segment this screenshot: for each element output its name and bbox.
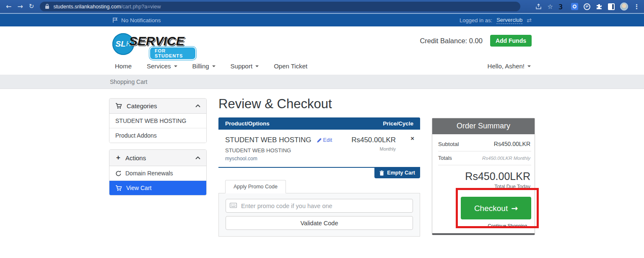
o-extension-icon[interactable] (571, 3, 578, 10)
extensions-puzzle-icon[interactable] (596, 3, 602, 10)
flag-icon (112, 17, 118, 23)
product-domain: myschool.com (225, 156, 413, 162)
nav-item-services[interactable]: Services (147, 63, 177, 70)
browser-menu-icon[interactable]: ⋮ (634, 3, 640, 10)
promo-code-icon (230, 203, 237, 208)
arrow-right-icon: → (511, 203, 518, 213)
chevron-up-icon (195, 156, 200, 159)
checkout-button[interactable]: Checkout→ (461, 197, 531, 219)
order-summary-title: Order Summary (432, 118, 535, 134)
actions-panel-header[interactable]: + Actions (109, 150, 206, 166)
share-icon[interactable] (535, 3, 542, 10)
trash-icon (379, 170, 384, 176)
cart-table-header: Product/Options Price/Cycle (218, 117, 420, 130)
bookmark-star-icon[interactable]: ☆ (548, 3, 553, 10)
totals-label: Totals (438, 155, 452, 161)
notifications-label: No Notifications (121, 17, 161, 23)
cart-icon (115, 103, 122, 109)
browser-reload-icon[interactable]: ↻ (29, 3, 34, 10)
categories-panel: Categories STUDENT WEB HOSTING Product A… (109, 98, 207, 143)
item-price: Rs450.00LKR (351, 136, 396, 144)
breadcrumb-label: Shopping Cart (110, 78, 148, 85)
nav-item-billing[interactable]: Billing (192, 63, 216, 70)
breadcrumb: Shopping Cart (0, 75, 644, 89)
address-bar[interactable]: students.srilankahosting.com/cart.php?a=… (40, 2, 520, 11)
total-due-label: Total Due Today (438, 184, 531, 190)
categories-panel-header[interactable]: Categories (109, 99, 206, 114)
continue-shopping-link[interactable]: Continue Shopping (438, 223, 531, 228)
switch-account-icon[interactable]: ⇄ (527, 17, 532, 23)
chevron-down-icon (527, 65, 531, 69)
cart-item-row: STUDENT WEB HOSTING Edit STUDENT WEB HOS… (218, 130, 420, 167)
subtotal-value: Rs450.00LKR (494, 141, 530, 147)
nav-item-support[interactable]: Support (231, 63, 259, 70)
chevron-down-icon (174, 65, 177, 69)
logged-in-as-label: Logged in as: (460, 17, 492, 23)
subtotal-row: Subtotal Rs450.00LKR (438, 137, 531, 151)
browser-forward-icon[interactable]: → (17, 3, 23, 10)
item-billing-cycle: Monthly (351, 146, 396, 151)
site-header: SLH SERVICE FOR STUDENTS Credit Balance:… (109, 26, 535, 75)
pin-extension-icon[interactable]: 3 (558, 3, 566, 10)
column-product-options: Product/Options (225, 120, 270, 127)
user-account-menu[interactable]: Hello, Ashen! (488, 63, 531, 70)
refresh-icon (115, 170, 122, 177)
pencil-icon (317, 138, 322, 143)
sidebar-item-view-cart[interactable]: View Cart (109, 181, 206, 195)
tab-apply-promo-code[interactable]: Apply Promo Code (225, 180, 286, 193)
lock-icon[interactable] (45, 4, 49, 9)
product-name: STUDENT WEB HOSTING (225, 136, 312, 144)
subtotal-label: Subtotal (438, 141, 459, 147)
promo-code-input[interactable] (226, 199, 413, 213)
side-panel-icon[interactable] (608, 3, 615, 10)
chevron-down-icon (212, 65, 216, 69)
credit-balance-label: Credit Balance: 0.00 (420, 37, 483, 45)
promo-panel: Validate Code (218, 193, 420, 237)
order-summary: Order Summary Subtotal Rs450.00LKR Total… (432, 118, 535, 235)
actions-panel: + Actions Domain Renewals View Cart (109, 149, 207, 195)
site-top-bar: No Notifications Logged in as: Serverclu… (0, 13, 644, 26)
sidebar-item-domain-renewals[interactable]: Domain Renewals (109, 166, 206, 181)
nav-item-open-ticket[interactable]: Open Ticket (274, 63, 307, 70)
totals-row: Totals Rs450.00LKR Monthly (438, 151, 531, 165)
url-path: /cart.php?a=view (121, 4, 161, 10)
sidebar-item-product-addons[interactable]: Product Addons (109, 128, 206, 143)
cart-icon (115, 185, 122, 191)
totals-value: Rs450.00LKR Monthly (482, 156, 530, 161)
empty-cart-button[interactable]: Empty Cart (374, 168, 420, 178)
add-funds-button[interactable]: Add Funds (490, 35, 532, 47)
total-due-value: Rs450.00LKR (438, 170, 531, 182)
actions-title: Actions (125, 154, 146, 162)
plus-icon: + (115, 154, 121, 162)
main-nav: Home Services Billing Support Open Ticke… (115, 63, 307, 70)
nav-item-home[interactable]: Home (115, 63, 132, 70)
edit-product-link[interactable]: Edit (317, 137, 332, 143)
logo-subtitle-badge: FOR STUDENTS (149, 47, 196, 60)
logo-title: SERVICE (129, 34, 184, 48)
url-domain: students.srilankahosting.com (53, 4, 121, 10)
ip-lookup-extension-icon[interactable]: IP (584, 3, 590, 10)
chevron-down-icon (255, 65, 259, 69)
browser-toolbar: ← → ↻ students.srilankahosting.com/cart.… (0, 0, 644, 13)
remove-item-icon[interactable]: × (410, 135, 414, 141)
browser-back-icon[interactable]: ← (6, 3, 11, 10)
sidebar-item-student-web-hosting[interactable]: STUDENT WEB HOSTING (109, 114, 206, 128)
column-price-cycle: Price/Cycle (383, 120, 413, 127)
sidebar: Categories STUDENT WEB HOSTING Product A… (109, 98, 207, 202)
cart-main: Review & Checkout Product/Options Price/… (218, 96, 420, 237)
logged-in-username-link[interactable]: Serverclub (496, 17, 522, 24)
validate-code-button[interactable]: Validate Code (226, 216, 413, 230)
categories-title: Categories (127, 102, 157, 109)
page-title: Review & Checkout (218, 96, 420, 112)
chevron-up-icon (195, 104, 200, 107)
promo-tab-bar: Apply Promo Code (218, 180, 420, 193)
browser-actions: ☆ 3 IP ⋮ (535, 3, 644, 10)
notifications-link[interactable]: No Notifications (112, 17, 161, 23)
site-logo[interactable]: SLH SERVICE FOR STUDENTS (112, 32, 196, 56)
browser-profile-avatar[interactable] (620, 3, 628, 10)
